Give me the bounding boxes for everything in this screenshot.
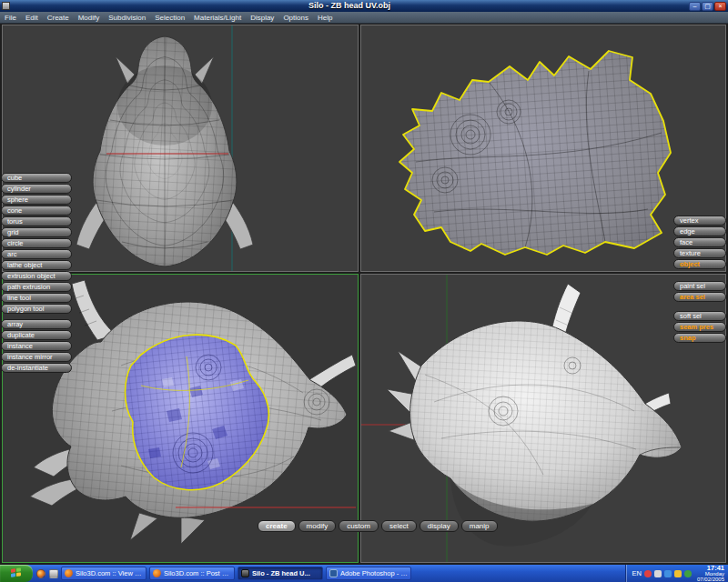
browser-icon (153, 569, 161, 577)
menu-item-help[interactable]: Help (313, 12, 337, 24)
minimize-button[interactable]: – (689, 2, 701, 11)
menu-item-display[interactable]: Display (246, 12, 278, 24)
maximize-button[interactable]: ▢ (702, 2, 713, 11)
windows-taskbar: Silo3D.com :: View to... Silo3D.com :: P… (0, 565, 728, 582)
tool-button-paint-sel[interactable]: paint sel (673, 281, 726, 291)
window-controls: – ▢ × (689, 2, 726, 11)
selection-options-toolbar: soft sel seam pres snap (673, 311, 726, 344)
head-side-view (387, 284, 682, 546)
toggle-button-snap[interactable]: snap (673, 333, 726, 343)
toggle-button-soft-sel[interactable]: soft sel (673, 311, 726, 321)
tool-button-area-sel[interactable]: area sel (673, 292, 726, 302)
tool-button-de-instantiate[interactable]: de-instantiate (1, 363, 72, 373)
tab-manip[interactable]: manip (461, 520, 498, 532)
menu-item-subdivision[interactable]: Subdivision (104, 12, 150, 24)
taskbar-clock[interactable]: 17:41 Monday 07/02/2005 (697, 565, 724, 582)
head-top-view (76, 36, 253, 266)
menu-bar: File Edit Create Modify Subdivision Sele… (0, 12, 728, 24)
windows-logo-icon (11, 567, 22, 579)
menu-item-modify[interactable]: Modify (74, 12, 105, 24)
selection-tools-toolbar: paint sel area sel (673, 281, 726, 303)
quick-launch-desktop-icon[interactable] (49, 569, 58, 578)
mode-button-object[interactable]: object (673, 259, 726, 269)
tab-display[interactable]: display (420, 520, 459, 532)
tool-button-extrusion-object[interactable]: extrusion object (1, 271, 72, 281)
tool-button-instance[interactable]: instance (1, 341, 72, 351)
menu-item-create[interactable]: Create (43, 12, 74, 24)
system-tray: EN 17:41 Monday 07/02/2005 (625, 565, 728, 582)
toggle-button-seam-pres[interactable]: seam pres (673, 322, 726, 332)
browser-icon (65, 569, 73, 577)
perspective-mesh (3, 275, 358, 562)
tool-button-circle[interactable]: circle (1, 238, 72, 248)
clock-time: 17:41 (697, 565, 724, 571)
mode-button-edge[interactable]: edge (673, 226, 726, 236)
tool-button-grid[interactable]: grid (1, 227, 72, 237)
start-button[interactable] (0, 565, 33, 582)
uv-view-mesh (361, 25, 725, 271)
menu-item-edit[interactable]: Edit (21, 12, 43, 24)
title-bar: Silo - ZB head UV.obj – ▢ × (0, 0, 728, 12)
tool-button-line-tool[interactable]: line tool (1, 293, 72, 303)
uv-island (399, 51, 671, 255)
tab-custom[interactable]: custom (339, 520, 379, 532)
silo-window: Silo - ZB head UV.obj – ▢ × File Edit Cr… (0, 0, 728, 582)
tool-button-sphere[interactable]: sphere (1, 195, 72, 205)
menu-item-file[interactable]: File (0, 12, 21, 24)
silo-app-icon (241, 569, 249, 577)
tray-icon-red[interactable] (644, 570, 652, 577)
tool-button-cone[interactable]: cone (1, 206, 72, 216)
tool-button-torus[interactable]: torus (1, 216, 72, 226)
tool-button-cylinder[interactable]: cylinder (1, 184, 72, 194)
tool-button-path-extrusion[interactable]: path extrusion (1, 282, 72, 292)
tool-button-cube[interactable]: cube (1, 173, 72, 183)
menu-item-options[interactable]: Options (278, 12, 313, 24)
clock-date: 07/02/2005 (697, 577, 724, 582)
tool-button-duplicate[interactable]: duplicate (1, 330, 72, 340)
primitives-toolbar: cube cylinder sphere cone torus grid cir… (1, 173, 72, 315)
tray-icon-green[interactable] (684, 570, 692, 577)
tool-button-lathe-object[interactable]: lathe object (1, 260, 72, 270)
taskbar-task-silo3d-view[interactable]: Silo3D.com :: View to... (61, 567, 147, 580)
head-perspective (30, 280, 356, 544)
side-view-mesh (361, 275, 725, 562)
tool-button-array[interactable]: array (1, 319, 72, 329)
tray-icon-blue[interactable] (664, 570, 672, 577)
menu-item-selection[interactable]: Selection (150, 12, 189, 24)
menu-item-materials-light[interactable]: Materials/Light (189, 12, 246, 24)
viewport-uv-view[interactable] (360, 25, 726, 272)
tray-icon-gray[interactable] (654, 570, 662, 577)
photoshop-icon (329, 569, 338, 577)
tab-modify[interactable]: modify (298, 520, 337, 532)
mode-button-face[interactable]: face (673, 237, 726, 247)
taskbar-task-silo3d-post[interactable]: Silo3D.com :: Post a n... (149, 567, 235, 580)
bottom-tab-bar: create modify custom select display mani… (258, 520, 498, 532)
taskbar-task-silo[interactable]: Silo - ZB head U... (238, 567, 323, 580)
tab-select[interactable]: select (381, 520, 417, 532)
taskbar-task-photoshop[interactable]: Adobe Photoshop - [M... (326, 567, 411, 580)
window-title: Silo - ZB head UV.obj (10, 0, 689, 12)
operations-toolbar: array duplicate instance instance mirror… (1, 319, 72, 374)
tool-button-instance-mirror[interactable]: instance mirror (1, 352, 72, 362)
tray-icon-yellow[interactable] (674, 570, 682, 577)
app-icon (2, 2, 10, 10)
quick-launch-browser-icon[interactable] (36, 569, 46, 578)
tool-button-arc[interactable]: arc (1, 249, 72, 259)
tool-button-polygon-tool[interactable]: polygon tool (1, 304, 72, 314)
selection-mode-toolbar: vertex edge face texture object (673, 216, 726, 270)
close-button[interactable]: × (714, 2, 726, 11)
language-indicator[interactable]: EN (632, 569, 642, 577)
mode-button-vertex[interactable]: vertex (673, 216, 726, 226)
tab-create[interactable]: create (258, 520, 296, 532)
mode-button-texture[interactable]: texture (673, 248, 726, 258)
